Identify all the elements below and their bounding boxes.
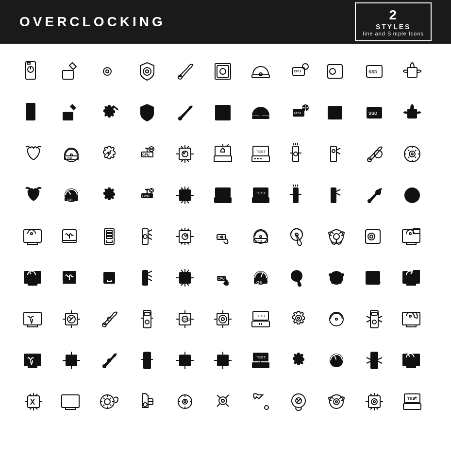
svg-line-264: [259, 399, 267, 407]
styles-label: STYLES: [363, 23, 424, 31]
list-item: [52, 340, 90, 381]
styles-badge: 2 STYLES line and Simple Icons: [355, 2, 432, 41]
list-item: [280, 340, 317, 381]
svg-point-17: [220, 68, 226, 74]
list-item: [317, 257, 355, 298]
svg-point-273: [371, 399, 377, 405]
list-item: [15, 174, 52, 216]
svg-point-255: [100, 395, 114, 408]
list-item: [166, 174, 204, 216]
svg-rect-73: [179, 148, 191, 160]
list-item: [15, 51, 52, 92]
list-item: [90, 92, 128, 133]
svg-rect-121: [63, 240, 76, 242]
svg-point-86: [374, 150, 382, 158]
svg-point-222: [107, 358, 111, 362]
list-item: [242, 51, 280, 92]
list-item: [52, 298, 90, 340]
svg-rect-125: [106, 237, 112, 238]
svg-rect-75: [214, 156, 232, 162]
list-item: SSD: [355, 51, 393, 92]
list-item: [317, 51, 355, 92]
svg-point-12: [143, 68, 151, 75]
svg-rect-37: [63, 112, 73, 120]
svg-point-156: [31, 274, 33, 276]
list-item: [355, 257, 393, 298]
svg-rect-128: [179, 231, 191, 242]
list-item: [393, 174, 431, 216]
list-item: [280, 133, 317, 174]
svg-text:SSD: SSD: [368, 69, 378, 74]
svg-point-45: [178, 117, 182, 120]
list-item: [280, 257, 317, 298]
svg-point-259: [178, 395, 192, 408]
svg-rect-116: [24, 230, 41, 242]
list-item: [90, 298, 128, 340]
svg-point-9: [106, 70, 109, 73]
list-item: CPU: [166, 340, 204, 381]
svg-point-261: [184, 401, 186, 403]
list-item: [128, 257, 166, 298]
list-item: [393, 298, 431, 340]
svg-rect-249: [66, 408, 75, 409]
svg-rect-248: [62, 395, 79, 408]
svg-point-239: [335, 359, 337, 361]
list-item: GB: [52, 174, 90, 216]
page-header: OVERCLOCKING 2 STYLES line and Simple Ic…: [0, 0, 451, 44]
list-item: [280, 381, 317, 422]
svg-text:GB: GB: [67, 156, 73, 161]
svg-rect-36: [27, 104, 30, 105]
icon-grid: CPU SSD: [15, 51, 436, 422]
list-item: [15, 381, 52, 422]
list-item: [90, 340, 128, 381]
list-item: [52, 92, 90, 133]
list-item: [204, 174, 242, 216]
list-item: TEST: [242, 298, 280, 340]
page-title: OVERCLOCKING: [19, 14, 166, 30]
svg-point-69: [108, 152, 110, 154]
svg-point-27: [330, 68, 335, 74]
list-item: [52, 257, 90, 298]
svg-point-262: [219, 397, 227, 405]
svg-point-263: [221, 399, 224, 402]
svg-point-221: [102, 364, 106, 368]
svg-point-115: [411, 194, 413, 196]
svg-point-144: [370, 235, 373, 238]
svg-point-211: [372, 320, 376, 324]
svg-point-111: [367, 199, 371, 203]
svg-point-84: [332, 150, 335, 153]
list-item: CPU: [280, 92, 317, 133]
list-item: [204, 381, 242, 422]
svg-point-48: [220, 110, 226, 116]
svg-rect-149: [406, 242, 416, 244]
svg-rect-185: [413, 270, 420, 275]
svg-point-200: [221, 318, 224, 321]
list-item: [128, 92, 166, 133]
list-item: [128, 298, 166, 340]
list-item: [317, 216, 355, 257]
svg-line-145: [375, 239, 378, 243]
list-item: [52, 51, 90, 92]
svg-point-59: [331, 111, 334, 114]
svg-point-23: [302, 64, 308, 69]
list-item: [90, 133, 128, 174]
list-item: [166, 216, 204, 257]
list-item: [128, 381, 166, 422]
svg-rect-15: [217, 66, 229, 77]
svg-point-205: [298, 317, 300, 319]
list-item: [393, 216, 431, 257]
list-item: [355, 381, 393, 422]
svg-rect-217: [28, 366, 37, 368]
list-item: [242, 92, 280, 133]
list-item: [204, 133, 242, 174]
list-item: [355, 133, 393, 174]
list-item: [204, 51, 242, 92]
svg-rect-3: [27, 63, 30, 64]
list-item: [204, 92, 242, 133]
svg-point-8: [103, 68, 111, 75]
list-item: [128, 340, 166, 381]
svg-point-96: [107, 192, 112, 197]
list-item: [90, 257, 128, 298]
list-item: [90, 381, 128, 422]
list-item: [15, 340, 52, 381]
